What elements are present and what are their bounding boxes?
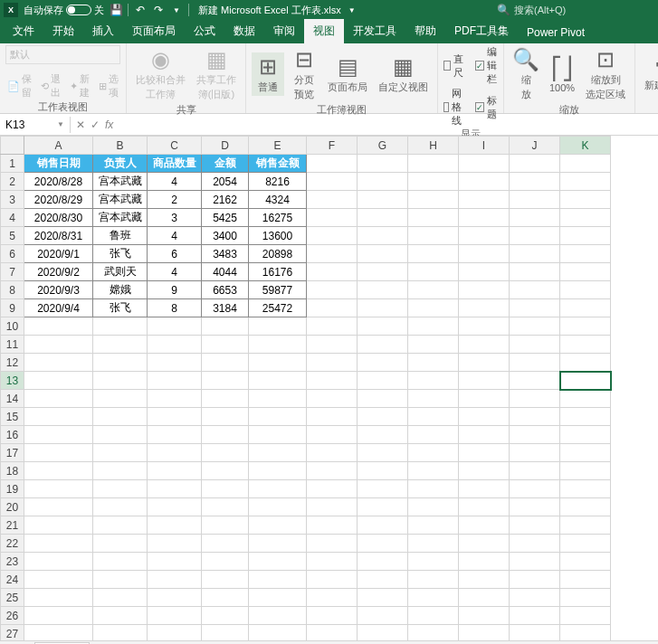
- cell-B5[interactable]: 鲁班: [93, 227, 148, 245]
- cell-I18[interactable]: [459, 462, 510, 480]
- cell-D6[interactable]: 3483: [202, 245, 249, 263]
- cell-I9[interactable]: [459, 299, 510, 317]
- cell-E20[interactable]: [249, 498, 307, 516]
- cell-A15[interactable]: [24, 408, 93, 426]
- row-header-3[interactable]: 3: [1, 191, 24, 209]
- autosave-toggle[interactable]: 自动保存 关: [24, 4, 104, 17]
- cell-I2[interactable]: [459, 173, 510, 191]
- cell-E3[interactable]: 4324: [249, 191, 307, 209]
- cell-D24[interactable]: [202, 571, 249, 589]
- cell-D27[interactable]: [202, 625, 249, 641]
- cell-C3[interactable]: 2: [148, 191, 202, 209]
- cell-I17[interactable]: [459, 444, 510, 462]
- menu-tab-公式[interactable]: 公式: [185, 19, 224, 43]
- cell-B20[interactable]: [93, 498, 148, 516]
- cell-F19[interactable]: [307, 480, 358, 498]
- cell-D3[interactable]: 2162: [202, 191, 249, 209]
- cell-K22[interactable]: [560, 535, 611, 553]
- cell-G7[interactable]: [358, 263, 408, 281]
- cell-G21[interactable]: [358, 516, 408, 535]
- row-header-22[interactable]: 22: [1, 535, 24, 553]
- cell-E12[interactable]: [249, 354, 307, 372]
- col-header-D[interactable]: D: [202, 137, 249, 155]
- menu-tab-开始[interactable]: 开始: [43, 19, 83, 43]
- cell-H7[interactable]: [408, 263, 459, 281]
- cell-E23[interactable]: [249, 553, 307, 571]
- grid[interactable]: ABCDEFGHIJK1销售日期负责人商品数量金额销售金额22020/8/28宫…: [0, 136, 658, 640]
- newwindow-button[interactable]: ✚新建窗口: [641, 51, 658, 94]
- cell-C8[interactable]: 9: [148, 281, 202, 299]
- cell-K18[interactable]: [560, 462, 611, 480]
- cell-F26[interactable]: [307, 607, 358, 625]
- cell-B7[interactable]: 武则天: [93, 263, 148, 281]
- cell-E13[interactable]: [249, 372, 307, 390]
- cell-I24[interactable]: [459, 571, 510, 589]
- cell-C16[interactable]: [148, 426, 202, 444]
- cell-B13[interactable]: [93, 372, 148, 390]
- cell-A20[interactable]: [24, 498, 93, 516]
- cell-I6[interactable]: [459, 245, 510, 263]
- menu-tab-Power Pivot[interactable]: Power Pivot: [518, 22, 594, 43]
- cell-B4[interactable]: 宫本武藏: [93, 209, 148, 227]
- cell-E10[interactable]: [249, 317, 307, 336]
- row-header-15[interactable]: 15: [1, 408, 24, 426]
- cell-J22[interactable]: [510, 535, 560, 553]
- cell-I7[interactable]: [459, 263, 510, 281]
- cell-B27[interactable]: [93, 625, 148, 641]
- formulabar-checkbox[interactable]: ✓编辑栏: [475, 45, 498, 86]
- cell-D12[interactable]: [202, 354, 249, 372]
- cell-I20[interactable]: [459, 498, 510, 516]
- row-header-17[interactable]: 17: [1, 444, 24, 462]
- cell-C19[interactable]: [148, 480, 202, 498]
- cell-B12[interactable]: [93, 354, 148, 372]
- cell-C18[interactable]: [148, 462, 202, 480]
- cell-F15[interactable]: [307, 408, 358, 426]
- cell-I4[interactable]: [459, 209, 510, 227]
- cell-F8[interactable]: [307, 281, 358, 299]
- cell-K20[interactable]: [560, 498, 611, 516]
- cell-C11[interactable]: [148, 336, 202, 354]
- cell-H25[interactable]: [408, 589, 459, 607]
- cell-B19[interactable]: [93, 480, 148, 498]
- cell-G15[interactable]: [358, 408, 408, 426]
- save-icon[interactable]: 💾: [110, 4, 122, 16]
- cell-F17[interactable]: [307, 444, 358, 462]
- zoom-button[interactable]: 🔍缩放: [510, 45, 542, 103]
- cell-K14[interactable]: [560, 390, 611, 408]
- menu-tab-视图[interactable]: 视图: [304, 19, 344, 43]
- cell-A4[interactable]: 2020/8/30: [24, 209, 93, 227]
- row-header-24[interactable]: 24: [1, 571, 24, 589]
- col-header-C[interactable]: C: [148, 137, 202, 155]
- chevron-down-icon[interactable]: ▼: [348, 6, 356, 14]
- cell-A26[interactable]: [24, 607, 93, 625]
- cell-A12[interactable]: [24, 354, 93, 372]
- headings-checkbox[interactable]: ✓标题: [475, 87, 498, 128]
- cell-I25[interactable]: [459, 589, 510, 607]
- cell-G6[interactable]: [358, 245, 408, 263]
- keep-button[interactable]: 📄 保留: [5, 71, 33, 100]
- cell-D15[interactable]: [202, 408, 249, 426]
- cell-K19[interactable]: [560, 480, 611, 498]
- cell-F10[interactable]: [307, 317, 358, 336]
- cell-A13[interactable]: [24, 372, 93, 390]
- cell-G13[interactable]: [358, 372, 408, 390]
- cell-J17[interactable]: [510, 444, 560, 462]
- cell-G1[interactable]: [358, 155, 408, 173]
- row-header-19[interactable]: 19: [1, 480, 24, 498]
- cell-C26[interactable]: [148, 607, 202, 625]
- cell-C4[interactable]: 3: [148, 209, 202, 227]
- cell-C13[interactable]: [148, 372, 202, 390]
- cell-K16[interactable]: [560, 426, 611, 444]
- cell-I22[interactable]: [459, 535, 510, 553]
- cell-H1[interactable]: [408, 155, 459, 173]
- row-header-4[interactable]: 4: [1, 209, 24, 227]
- cell-D4[interactable]: 5425: [202, 209, 249, 227]
- col-header-H[interactable]: H: [408, 137, 459, 155]
- cell-I1[interactable]: [459, 155, 510, 173]
- cell-K11[interactable]: [560, 336, 611, 354]
- cell-K27[interactable]: [560, 625, 611, 641]
- cell-E8[interactable]: 59877: [249, 281, 307, 299]
- cell-E14[interactable]: [249, 390, 307, 408]
- cell-B23[interactable]: [93, 553, 148, 571]
- cell-D2[interactable]: 2054: [202, 173, 249, 191]
